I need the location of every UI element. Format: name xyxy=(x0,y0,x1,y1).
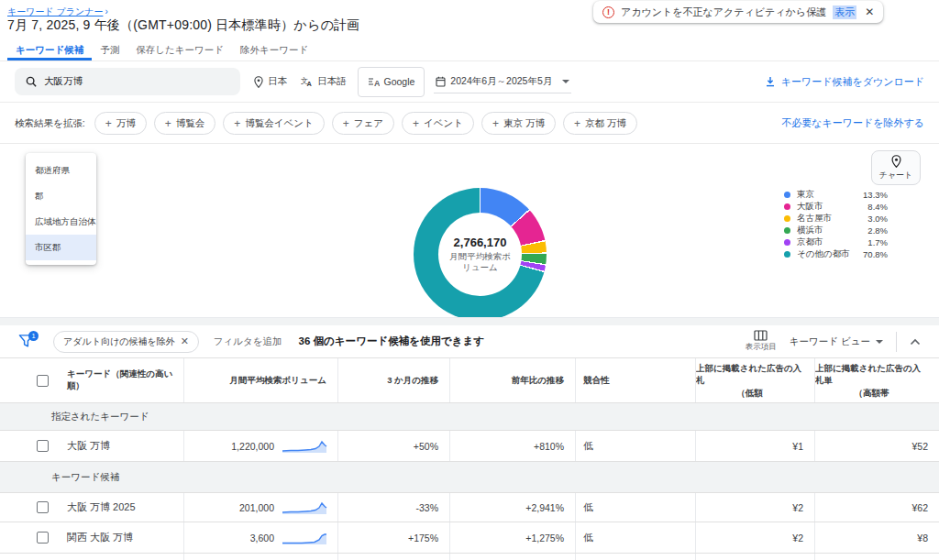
header-label: キーワード（関連性の高い順） xyxy=(67,368,183,392)
keyword-text: 大阪 万博 xyxy=(67,439,110,453)
donut-total-label: 月間平均検索ボリューム xyxy=(447,251,514,274)
header-label: （高額帯 xyxy=(855,387,889,399)
plus-icon: + xyxy=(165,118,171,129)
row-checkbox[interactable] xyxy=(37,440,49,452)
select-all-checkbox[interactable] xyxy=(37,375,49,387)
legend-label: その他の都市 xyxy=(797,248,857,260)
keyword-text: 関西 大阪 万博 xyxy=(67,531,133,544)
donut-total-value: 2,766,170 xyxy=(454,236,507,249)
download-button[interactable]: キーワード候補をダウンロード xyxy=(765,75,924,89)
competition-value: 低 xyxy=(575,522,695,553)
header-label: 上部に掲載された広告の入札 xyxy=(696,362,803,387)
tab-forecast[interactable]: 予測 xyxy=(92,40,127,60)
header-competition[interactable]: 競合性 xyxy=(575,358,695,402)
close-icon[interactable]: ✕ xyxy=(865,6,874,17)
header-volume[interactable]: 月間平均検索ボリューム xyxy=(183,358,337,402)
yoy-value: +810% xyxy=(449,431,575,461)
header-bid-low[interactable]: 上部に掲載された広告の入札 （低額 xyxy=(695,358,814,402)
breadcrumb-link[interactable]: キーワード プランナー xyxy=(7,6,103,16)
svg-text:A: A xyxy=(307,80,313,87)
header-keyword: キーワード（関連性の高い順） xyxy=(0,358,183,402)
search-input[interactable]: 大阪万博 xyxy=(15,68,240,95)
section-title-ideas: キーワード候補 xyxy=(0,462,939,493)
chart-type-button[interactable]: チャート xyxy=(871,150,921,185)
filter-funnel-button[interactable]: 1 xyxy=(18,334,37,350)
language-selector[interactable]: 文A 日本語 xyxy=(301,75,347,88)
chevron-down-icon xyxy=(562,80,569,83)
expansion-chip[interactable]: +京都 万博 xyxy=(563,112,637,135)
chip-label: フェア xyxy=(354,117,383,130)
keyword-table: キーワード（関連性の高い順） 月間平均検索ボリューム 3 か月の推移 前年比の推… xyxy=(0,357,939,560)
add-filter-button[interactable]: フィルタを追加 xyxy=(214,335,282,348)
three-month-value: +50% xyxy=(337,431,449,461)
network-selector[interactable]: A Google xyxy=(358,67,425,97)
location-selector[interactable]: 日本 xyxy=(254,75,287,88)
expansion-chip[interactable]: +博覧会イベント xyxy=(223,112,325,135)
columns-button[interactable]: 表示項目 xyxy=(746,330,777,353)
legend-item: 東京13.3% xyxy=(784,189,888,201)
tab-bar: キーワード候補 予測 保存したキーワード 除外キーワード xyxy=(7,40,316,60)
date-range-selector[interactable]: 2024年6月～2025年5月 xyxy=(434,70,571,93)
active-filter-chip[interactable]: アダルト向けの候補を除外 ✕ xyxy=(53,331,199,353)
exclude-keywords-link[interactable]: 不必要なキーワードを除外する xyxy=(781,116,924,130)
table-row-partial xyxy=(0,554,939,560)
expansion-label: 検索結果を拡張: xyxy=(15,117,85,130)
legend-value: 1.7% xyxy=(857,237,888,247)
collapse-chevron-icon[interactable] xyxy=(910,338,921,346)
geo-donut-chart: 2,766,170 月間平均検索ボリューム xyxy=(414,188,547,321)
menu-item-region[interactable]: 広域地方自治体 xyxy=(26,209,96,235)
language-value: 日本語 xyxy=(317,75,347,88)
calendar-icon xyxy=(436,76,446,87)
header-yoy[interactable]: 前年比の推移 xyxy=(449,358,575,402)
yoy-value: +1,275% xyxy=(449,522,575,553)
section-divider xyxy=(0,317,939,325)
competition-value: 低 xyxy=(575,493,695,522)
plus-icon: + xyxy=(343,118,349,129)
legend-value: 70.8% xyxy=(857,249,888,259)
keyword-expansion-row: 検索結果を拡張: +万博 +博覧会 +博覧会イベント +フェア +イベント +東… xyxy=(0,104,939,144)
section-title-provided: 指定されたキーワード xyxy=(0,403,939,431)
header-bid-high[interactable]: 上部に掲載された広告の入札単 （高額帯 xyxy=(814,358,939,402)
filter-bar: 1 アダルト向けの候補を除外 ✕ フィルタを追加 36 個のキーワード候補を使用… xyxy=(0,325,939,357)
expansion-chip[interactable]: +東京 万博 xyxy=(481,112,556,135)
toast-message: アカウントを不正なアクティビティから保護 xyxy=(621,5,826,19)
donut-center: 2,766,170 月間平均検索ボリューム xyxy=(438,213,522,296)
legend-value: 13.3% xyxy=(857,190,888,200)
download-icon xyxy=(765,76,776,87)
toast-show-link[interactable]: 表示 xyxy=(833,5,856,19)
table-row: 大阪 万博 1,220,000 +50% +810% 低 ¥1 ¥52 xyxy=(0,431,939,462)
bid-low-value: ¥2 xyxy=(695,522,814,553)
security-toast: ! アカウントを不正なアクティビティから保護 表示 ✕ xyxy=(593,1,883,23)
row-checkbox[interactable] xyxy=(37,532,49,544)
view-selector[interactable]: キーワード ビュー xyxy=(790,335,883,348)
plus-icon: + xyxy=(492,118,499,129)
geo-chart-section: 都道府県 郡 広域地方自治体 市区郡 2,766,170 月間平均検索ボリューム… xyxy=(0,145,939,317)
expansion-chip[interactable]: +博覧会 xyxy=(154,112,216,135)
header-three-month[interactable]: 3 か月の推移 xyxy=(337,358,449,402)
map-pin-icon xyxy=(891,155,901,168)
legend-label: 横浜市 xyxy=(797,225,857,236)
table-header-row: キーワード（関連性の高い順） 月間平均検索ボリューム 3 か月の推移 前年比の推… xyxy=(0,357,939,403)
bid-high-value: ¥52 xyxy=(814,431,939,461)
chip-label: イベント xyxy=(424,117,463,130)
expansion-chip[interactable]: +万博 xyxy=(94,112,147,135)
tab-keyword-ideas[interactable]: キーワード候補 xyxy=(7,40,92,60)
tab-saved-keywords[interactable]: 保存したキーワード xyxy=(127,40,232,60)
view-label: キーワード ビュー xyxy=(790,335,870,348)
remove-filter-icon[interactable]: ✕ xyxy=(181,336,189,346)
row-checkbox[interactable] xyxy=(37,501,49,513)
breadcrumb: キーワード プランナー› xyxy=(7,5,108,18)
legend-value: 3.0% xyxy=(857,214,888,224)
tab-negative-keywords[interactable]: 除外キーワード xyxy=(232,40,316,60)
expansion-chip[interactable]: +フェア xyxy=(332,112,394,135)
menu-item-city[interactable]: 市区郡 xyxy=(26,235,96,260)
legend-label: 東京 xyxy=(797,189,857,201)
expansion-chip[interactable]: +イベント xyxy=(402,112,474,135)
date-range-value: 2024年6月～2025年5月 xyxy=(450,75,552,88)
chip-label: 京都 万博 xyxy=(585,117,626,130)
menu-item-prefecture[interactable]: 都道府県 xyxy=(26,158,96,183)
volume-value: 201,000 xyxy=(239,502,274,513)
menu-item-county[interactable]: 郡 xyxy=(26,183,96,209)
legend-label: 大阪市 xyxy=(797,201,857,213)
bid-high-value: ¥8 xyxy=(814,522,939,553)
